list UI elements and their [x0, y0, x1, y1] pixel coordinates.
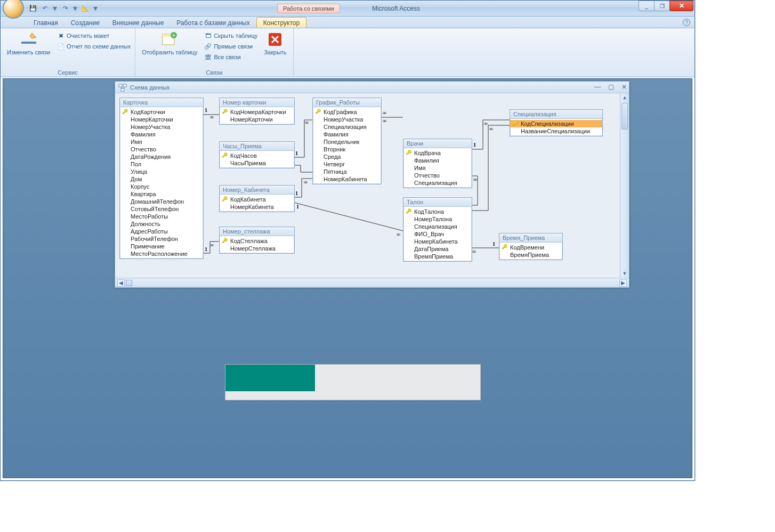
field[interactable]: КодВрача [403, 149, 472, 157]
field[interactable]: Специализация [313, 123, 381, 131]
field[interactable]: Примечание [120, 243, 203, 250]
schema-window[interactable]: Схема данных — ▢ ✕ 1 ∞ 1 ∞ [115, 81, 629, 288]
scroll-thumb[interactable] [621, 103, 628, 130]
child-close[interactable]: ✕ [621, 83, 627, 91]
table-vrachi[interactable]: Врачи КодВрача Фамилия Имя Отчество Спец… [403, 139, 472, 188]
field[interactable]: Корпус [120, 183, 203, 190]
field[interactable]: КодТалона [403, 208, 472, 215]
tab-external[interactable]: Внешние данные [106, 18, 171, 28]
field[interactable]: НомерУчастка [120, 123, 203, 131]
field[interactable]: Пятница [313, 168, 381, 175]
scroll-left-icon[interactable]: ◀ [117, 279, 125, 287]
field[interactable]: НомерКабинета [403, 238, 472, 245]
all-relationships-button[interactable]: 🕸Все связи [203, 52, 259, 62]
field[interactable]: Квартира [120, 190, 203, 198]
tab-dbtools[interactable]: Работа с базами данных [170, 18, 256, 28]
field[interactable]: Вторник [313, 146, 381, 153]
table-grafik-raboty[interactable]: График_Работы КодГрафика НомерУчастка Сп… [312, 98, 382, 184]
field[interactable]: Фамилия [313, 131, 381, 138]
field[interactable]: НомерКабинета [220, 203, 294, 211]
field[interactable]: Понедельник [313, 138, 381, 146]
table-talon[interactable]: Талон КодТалона НомерТалона Специализаци… [403, 197, 472, 262]
scroll-down-icon[interactable]: ▼ [620, 269, 629, 278]
field[interactable]: ЧасыПриема [220, 159, 294, 167]
field[interactable]: МестоРасположение [120, 250, 203, 257]
relationship-report-button[interactable]: 📄Отчет по схеме данных [55, 42, 132, 51]
clear-layout-button[interactable]: ✖Очистить макет [55, 31, 132, 41]
direct-relationships-button[interactable]: 🔗Прямые связи [203, 42, 259, 51]
table-chasy-priema[interactable]: Часы_Приема КодЧасов ЧасыПриема [219, 141, 295, 168]
redo-icon[interactable]: ↷ [60, 4, 70, 13]
show-table-button[interactable]: + Отобразить таблицу [139, 30, 200, 57]
horizontal-scrollbar[interactable]: ◀ ▶ [115, 278, 629, 287]
maximize-button[interactable]: ❐ [654, 1, 670, 11]
table-kartochka[interactable]: Карточка КодКарточки НомерКарточки Номер… [119, 98, 204, 259]
table-spec[interactable]: Специализация КодСпециализации НазваниеС… [510, 109, 603, 136]
field[interactable]: КодЧасов [220, 152, 294, 159]
minimize-button[interactable]: _ [639, 1, 655, 11]
scroll-right-icon[interactable]: ▶ [619, 279, 627, 287]
schema-canvas[interactable]: 1 ∞ 1 ∞ 1 ∞ 1 ∞ 1 [115, 93, 629, 278]
field[interactable]: НомерКабинета [313, 175, 381, 183]
close-button[interactable]: ✕ [669, 1, 693, 11]
field[interactable]: КодНомераКарточки [220, 108, 294, 116]
field[interactable]: Имя [120, 138, 203, 146]
child-minimize[interactable]: — [594, 83, 601, 91]
field[interactable]: НомерУчастка [313, 116, 381, 123]
field[interactable]: Специализация [403, 223, 472, 230]
help-icon[interactable]: ? [683, 19, 690, 26]
edit-relationships-button[interactable]: Изменить связи [4, 30, 53, 57]
field[interactable]: Среда [313, 153, 381, 160]
field[interactable]: ФИО_Врач [403, 230, 472, 238]
field[interactable]: Фамилия [120, 131, 203, 138]
field[interactable]: РабочийТелефон [120, 235, 203, 243]
field[interactable]: НомерКарточки [120, 116, 203, 123]
tab-home[interactable]: Главная [27, 18, 64, 28]
tab-design[interactable]: Конструктор [256, 17, 306, 28]
field[interactable]: МестоРаботы [120, 213, 203, 220]
field[interactable]: НазваниеСпециализации [510, 127, 602, 135]
form-icon[interactable]: 📐 [80, 4, 90, 13]
field[interactable]: ДомашнийТелефон [120, 198, 203, 205]
field[interactable]: ВремяПриема [499, 251, 562, 259]
undo-icon[interactable]: ↶ [40, 4, 50, 13]
field[interactable]: Имя [403, 164, 472, 172]
field[interactable]: Фамилия [403, 157, 472, 164]
field[interactable]: АдресРаботы [120, 228, 203, 235]
field[interactable]: ВремяПриема [403, 253, 472, 260]
field[interactable]: КодСтеллажа [220, 237, 294, 245]
save-icon[interactable]: 💾 [28, 4, 38, 13]
field[interactable]: НомерТалона [403, 215, 472, 223]
field[interactable]: ДатаРождения [120, 153, 203, 160]
field[interactable]: КодВремени [499, 244, 562, 251]
field[interactable]: Пол [120, 160, 203, 168]
field[interactable]: НомерКарточки [220, 116, 294, 123]
field[interactable]: Специализация [403, 179, 472, 187]
field[interactable]: Должность [120, 220, 203, 228]
scroll-up-icon[interactable]: ▲ [620, 93, 629, 102]
field[interactable]: НомерСтеллажа [220, 245, 294, 252]
hide-table-button[interactable]: 🗔Скрыть таблицу [203, 31, 259, 41]
office-button[interactable] [3, 0, 24, 19]
field[interactable]: Отчество [403, 172, 472, 179]
field[interactable]: Четверг [313, 160, 381, 168]
child-maximize[interactable]: ▢ [608, 83, 614, 91]
vertical-scrollbar[interactable]: ▲ ▼ [620, 93, 629, 278]
table-vremya-priema[interactable]: Время_Приема КодВремени ВремяПриема [499, 233, 563, 260]
table-nomer-kabineta[interactable]: Номер_Кабинета КодКабинета НомерКабинета [219, 185, 295, 212]
field[interactable]: ДатаПриема [403, 245, 472, 253]
field[interactable]: КодСпециализации [510, 120, 602, 127]
titlebar[interactable]: 💾 ↶ ▾ ↷ ▾ 📐 ▾ Работа со связями Microsof… [1, 1, 695, 17]
field[interactable]: Улица [120, 168, 203, 175]
field[interactable]: КодКабинета [220, 196, 294, 203]
table-nomer-stellazha[interactable]: Номер_стеллажа КодСтеллажа НомерСтеллажа [219, 227, 295, 254]
field[interactable]: Дом [120, 175, 203, 183]
table-nomer-kartochki[interactable]: Номер карточки КодНомераКарточки НомерКа… [219, 98, 295, 125]
field[interactable]: Отчество [120, 146, 203, 153]
field[interactable]: СотовыйТелефон [120, 205, 203, 213]
schema-titlebar[interactable]: Схема данных — ▢ ✕ [115, 82, 629, 93]
close-design-button[interactable]: Закрыть [261, 30, 289, 57]
field[interactable]: КодКарточки [120, 108, 203, 116]
field[interactable]: КодГрафика [313, 108, 381, 116]
tab-create[interactable]: Создание [64, 18, 106, 28]
